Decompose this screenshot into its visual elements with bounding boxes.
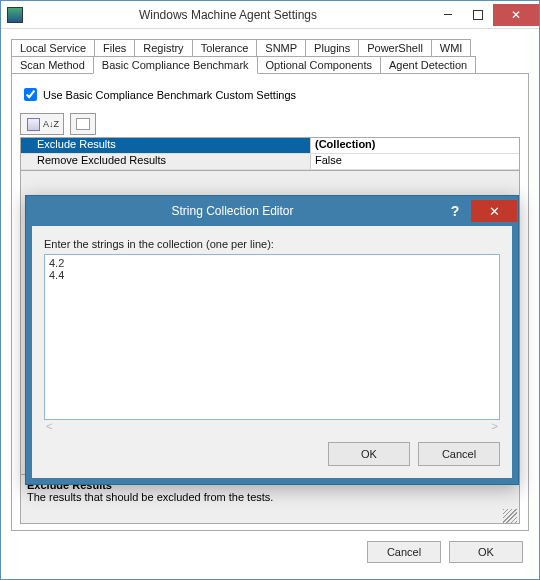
prop-name: Exclude Results — [21, 138, 311, 153]
prop-name: Remove Excluded Results — [21, 154, 311, 169]
modal-titlebar: String Collection Editor ? ✕ — [26, 196, 518, 226]
property-grid: Exclude Results (Collection) Remove Excl… — [20, 137, 520, 171]
tool-group-main: A↓Z — [20, 113, 64, 135]
cancel-button[interactable]: Cancel — [367, 541, 441, 563]
modal-title: String Collection Editor — [26, 204, 439, 218]
window-title: Windows Machine Agent Settings — [23, 8, 433, 22]
close-button[interactable]: ✕ — [493, 4, 539, 26]
tab-basic-compliance[interactable]: Basic Compliance Benchmark — [93, 56, 258, 74]
custom-settings-checkbox[interactable] — [24, 88, 37, 101]
categorize-icon[interactable] — [24, 115, 42, 133]
resize-grip-icon[interactable] — [503, 509, 517, 523]
tab-powershell[interactable]: PowerShell — [358, 39, 432, 57]
tab-wmi[interactable]: WMI — [431, 39, 472, 57]
custom-settings-row: Use Basic Compliance Benchmark Custom Se… — [24, 88, 520, 101]
app-icon — [7, 7, 23, 23]
tab-scan-method[interactable]: Scan Method — [11, 56, 94, 74]
prop-exclude-results[interactable]: Exclude Results (Collection) — [21, 138, 519, 154]
propgrid-toolbar: A↓Z — [20, 113, 520, 135]
tab-plugins[interactable]: Plugins — [305, 39, 359, 57]
tab-optional-components[interactable]: Optional Components — [257, 56, 381, 74]
tab-local-service[interactable]: Local Service — [11, 39, 95, 57]
tab-tolerance[interactable]: Tolerance — [192, 39, 258, 57]
tab-row-1: Local Service Files Registry Tolerance S… — [11, 39, 529, 57]
dialog-footer: Cancel OK — [11, 531, 529, 567]
titlebar: Windows Machine Agent Settings ✕ — [1, 1, 539, 29]
tab-row-2: Scan Method Basic Compliance Benchmark O… — [11, 56, 529, 74]
sort-az-icon[interactable]: A↓Z — [42, 115, 60, 133]
description-text: The results that should be excluded from… — [27, 491, 513, 503]
tool-group-page — [70, 113, 96, 135]
h-scroll-hint: <> — [44, 420, 500, 432]
tab-files[interactable]: Files — [94, 39, 135, 57]
prop-value[interactable]: False — [311, 154, 519, 169]
tab-registry[interactable]: Registry — [134, 39, 192, 57]
modal-body: Enter the strings in the collection (one… — [26, 226, 518, 484]
modal-label: Enter the strings in the collection (one… — [44, 238, 500, 250]
tab-agent-detection[interactable]: Agent Detection — [380, 56, 476, 74]
maximize-button[interactable] — [463, 4, 493, 26]
prop-value[interactable]: (Collection) — [311, 138, 519, 153]
modal-cancel-button[interactable]: Cancel — [418, 442, 500, 466]
ok-button[interactable]: OK — [449, 541, 523, 563]
string-collection-editor: String Collection Editor ? ✕ Enter the s… — [25, 195, 519, 485]
modal-ok-button[interactable]: OK — [328, 442, 410, 466]
minimize-button[interactable] — [433, 4, 463, 26]
tab-snmp[interactable]: SNMP — [256, 39, 306, 57]
prop-remove-excluded[interactable]: Remove Excluded Results False — [21, 154, 519, 170]
modal-footer: OK Cancel — [44, 442, 500, 466]
collection-textarea[interactable] — [44, 254, 500, 420]
custom-settings-label: Use Basic Compliance Benchmark Custom Se… — [43, 89, 296, 101]
modal-close-button[interactable]: ✕ — [471, 200, 517, 222]
help-button[interactable]: ? — [439, 203, 471, 219]
property-pages-icon[interactable] — [74, 115, 92, 133]
